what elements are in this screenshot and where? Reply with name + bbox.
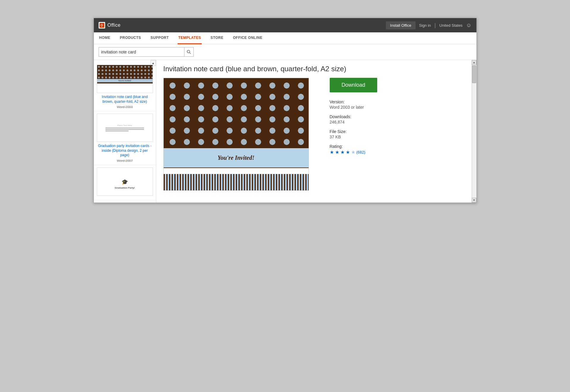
browser-layout: ▲ You're Invited! — [94, 60, 476, 203]
sidebar-card-1-version: Word 2003 — [97, 105, 153, 109]
graduation-cap-icon: 🎓 — [121, 179, 128, 185]
install-office-button[interactable]: Install Office — [386, 21, 415, 29]
star-5: ★ — [351, 149, 355, 155]
sidebar-card-2: Place Text Here Graduation party invi — [94, 111, 156, 165]
star-4: ★ — [346, 149, 350, 155]
big-preview-bottom — [164, 167, 309, 190]
card2-line-3 — [105, 131, 129, 131]
nav-templates[interactable]: TEMPLATES — [178, 32, 201, 44]
card2-lines — [105, 128, 144, 131]
star-3: ★ — [340, 149, 345, 155]
big-invited-text: You're Invited! — [218, 154, 255, 161]
scroll-track[interactable] — [472, 65, 476, 198]
card2-line-2 — [105, 129, 144, 130]
star-2: ★ — [335, 149, 339, 155]
nav-home[interactable]: HOME — [99, 32, 111, 44]
browser-scrollbar: ▲ ▼ — [472, 60, 476, 203]
preview-image-wrapper: You're Invited! — [163, 78, 309, 191]
rating-section: Rating: ★ ★ ★ ★ ★ (682) — [330, 144, 465, 155]
search-input[interactable] — [99, 50, 184, 54]
version-section: Version: Word 2003 or later — [330, 99, 465, 110]
rating-label: Rating: — [330, 144, 465, 149]
search-icon — [187, 50, 191, 54]
sidebar-card-2-version: Word 2007 — [97, 159, 153, 162]
filesize-section: File Size: 37 KB — [330, 129, 465, 139]
version-value: Word 2003 or later — [330, 105, 465, 110]
big-dots — [164, 78, 309, 148]
star-1: ★ — [330, 149, 334, 155]
info-panel: Download Version: Word 2003 or later Dow… — [330, 78, 465, 191]
search-input-wrapper — [99, 47, 194, 57]
card3-top-design: 🎓 — [102, 174, 147, 186]
main-content: ▲ You're Invited! — [94, 60, 472, 203]
big-scallop-row — [164, 168, 309, 174]
scroll-down-arrow[interactable]: ▼ — [472, 198, 476, 203]
downloads-section: Downloads: 246,874 — [330, 114, 465, 124]
nav-store[interactable]: STORE — [210, 32, 224, 44]
nav-office-online[interactable]: OFFICE ONLINE — [232, 32, 263, 44]
office-logo[interactable]: O Office — [99, 22, 121, 29]
smiley-icon[interactable]: ☺ — [466, 22, 471, 29]
search-bar — [94, 44, 476, 60]
scallop-svg — [164, 168, 309, 174]
big-preview-middle: You're Invited! — [164, 148, 309, 167]
nav-products[interactable]: PRODUCTS — [119, 32, 142, 44]
downloads-value: 246,874 — [330, 120, 465, 124]
top-bar: O Office Install Office Sign in | United… — [94, 18, 476, 32]
card3-preview: 🎓 Graduation Party! — [97, 168, 153, 195]
card2-placeholder: Place Text Here — [117, 124, 132, 127]
big-preview-top — [164, 78, 309, 148]
sidebar-card-1: You're Invited! Invitation note card (bl… — [94, 62, 156, 111]
office-logo-text: Office — [108, 23, 121, 28]
browser-inner: ▲ You're Invited! — [94, 60, 472, 203]
search-button[interactable] — [184, 48, 193, 56]
svg-point-0 — [187, 50, 190, 53]
svg-line-1 — [190, 53, 191, 54]
content-area: Invitation note card (blue and brown, qu… — [156, 60, 472, 203]
sidebar-card-1-title[interactable]: Invitation note card (blue and brown, qu… — [97, 95, 153, 104]
content-body: You're Invited! — [163, 78, 465, 191]
scroll-up-arrow[interactable]: ▲ — [472, 60, 476, 65]
stars-row: ★ ★ ★ ★ ★ (682) — [330, 149, 465, 155]
download-button[interactable]: Download — [330, 78, 377, 92]
filesize-label: File Size: — [330, 129, 465, 134]
card1-preview: You're Invited! — [97, 65, 153, 93]
divider: | — [434, 22, 436, 29]
filesize-value: 37 KB — [330, 135, 465, 139]
nav-bar: HOME PRODUCTS SUPPORT TEMPLATES STORE OF… — [94, 32, 476, 44]
top-bar-right: Install Office Sign in | United States ☺ — [386, 21, 471, 29]
rating-count[interactable]: (682) — [356, 150, 365, 154]
region-label[interactable]: United States — [439, 23, 462, 28]
sidebar-card-3-image[interactable]: 🎓 Graduation Party! — [97, 167, 153, 196]
card1-invited-text: You're Invited! — [97, 79, 153, 82]
scroll-thumb[interactable] — [472, 65, 476, 83]
card2-preview: Place Text Here — [97, 114, 153, 142]
sidebar-card-3: 🎓 Graduation Party! — [94, 165, 156, 200]
template-preview: You're Invited! — [163, 78, 318, 191]
sidebar: ▲ You're Invited! — [94, 60, 156, 203]
sign-in-link[interactable]: Sign in — [419, 23, 431, 28]
version-label: Version: — [330, 99, 465, 104]
office-logo-icon: O — [99, 22, 105, 29]
card3-text: Graduation Party! — [115, 186, 135, 189]
nav-support[interactable]: SUPPORT — [150, 32, 170, 44]
card1-bottom — [97, 83, 153, 93]
page-title: Invitation note card (blue and brown, qu… — [163, 65, 465, 73]
downloads-label: Downloads: — [330, 114, 465, 119]
card1-top: You're Invited! — [97, 65, 153, 83]
sidebar-card-2-title[interactable]: Graduation party invitation cards - insi… — [97, 144, 153, 158]
sidebar-card-1-image[interactable]: You're Invited! — [97, 65, 153, 93]
office-icon-inner: O — [100, 23, 104, 28]
sidebar-card-2-image[interactable]: Place Text Here — [97, 114, 153, 142]
card2-line-1 — [105, 128, 144, 128]
